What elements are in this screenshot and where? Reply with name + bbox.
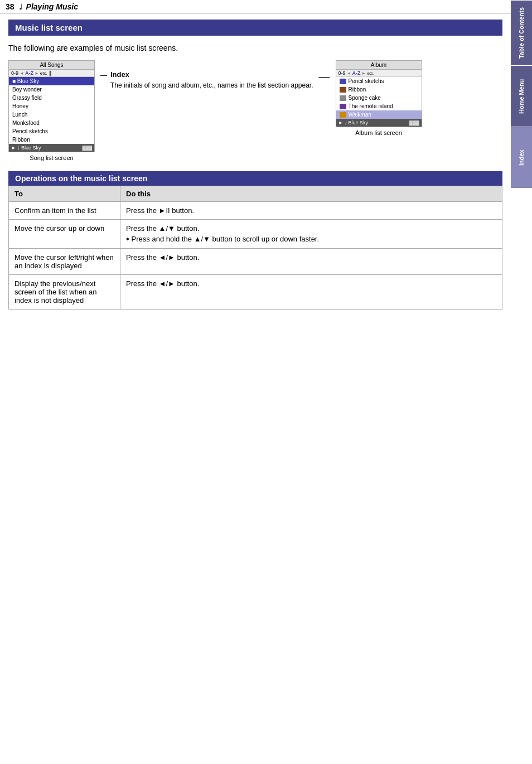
- album-item-2: Sponge cake: [336, 94, 422, 102]
- table-row-3: Move the cursor left/right when an index…: [9, 249, 502, 275]
- song-item-5: Monksfood: [9, 119, 94, 127]
- row4-do-this: Press the ◄/► button.: [120, 275, 502, 310]
- album-thumb-1: [340, 87, 346, 93]
- row2-do-this: Press the ▲/▼ button. • Press and hold t…: [120, 220, 502, 249]
- album-item-3: The remote island: [336, 102, 422, 110]
- col-header-do-this: Do this: [120, 186, 502, 202]
- main-content: Music list screen The following are exam…: [0, 14, 511, 321]
- album-list-caption: Album list screen: [355, 129, 402, 136]
- row1-to: Confirm an item in the list: [9, 202, 120, 220]
- song-index-row: 0-9 ◄ A-Z ► etc. ▌: [9, 70, 94, 77]
- album-thumb-0: [340, 79, 346, 84]
- row3-do-this: Press the ◄/► button.: [120, 249, 502, 275]
- song-item-1: Boy wonder: [9, 85, 94, 94]
- col-header-to: To: [9, 186, 120, 202]
- song-item-3: Honey: [9, 102, 94, 110]
- intro-text: The following are examples of music list…: [8, 43, 502, 52]
- table-row-1: Confirm an item in the list Press the ►I…: [9, 202, 502, 220]
- page-number: 38: [6, 2, 14, 11]
- row2-to: Move the cursor up or down: [9, 220, 120, 249]
- album-index-row: 0-9 ◄ A-Z ► etc.: [336, 70, 422, 77]
- song-item-7: Ribbon: [9, 136, 94, 144]
- table-row-4: Display the previous/next screen of the …: [9, 275, 502, 310]
- row1-do-this: Press the ►II button.: [120, 202, 502, 220]
- song-list-caption: Song list screen: [30, 154, 73, 161]
- index-callout: — Index The initials of song and album, …: [100, 60, 313, 90]
- album-screen-title: Album: [336, 61, 422, 70]
- top-bar: 38 ♩ Playing Music: [0, 0, 532, 14]
- table-row-2: Move the cursor up or down Press the ▲/▼…: [9, 220, 502, 249]
- operations-header: Operations on the music list screen: [8, 171, 502, 186]
- section-header: Music list screen: [8, 20, 502, 36]
- operations-table: To Do this Confirm an item in the list P…: [8, 186, 502, 310]
- song-list-wrapper: All Songs 0-9 ◄ A-Z ► etc. ▌ ■ Blue Sky …: [8, 60, 95, 161]
- song-item-2: Grassy field: [9, 94, 94, 102]
- tab-index[interactable]: Index: [511, 127, 532, 188]
- song-item-6: Pencil sketchs: [9, 127, 94, 136]
- song-list-screen: All Songs 0-9 ◄ A-Z ► etc. ▌ ■ Blue Sky …: [8, 60, 95, 152]
- song-item-4: Lunch: [9, 110, 94, 119]
- section-title: Playing Music: [26, 2, 78, 11]
- bullet-icon: •: [126, 235, 129, 244]
- song-screen-title: All Songs: [9, 61, 94, 70]
- album-thumb-4: [340, 112, 346, 118]
- album-thumb-3: [340, 104, 346, 109]
- tab-home-menu[interactable]: Home Menu: [511, 65, 532, 127]
- album-item-1: Ribbon: [336, 85, 422, 94]
- row3-to: Move the cursor left/right when an index…: [9, 249, 120, 275]
- song-item-0: ■ Blue Sky: [9, 77, 94, 85]
- callout-arrow-icon: —: [100, 71, 107, 79]
- callout-title: Index: [110, 70, 313, 79]
- screenshots-container: All Songs 0-9 ◄ A-Z ► etc. ▌ ■ Blue Sky …: [8, 60, 502, 161]
- album-list-screen: Album 0-9 ◄ A-Z ► etc. Pencil sketchs: [336, 60, 422, 127]
- song-now-playing: ► ♩ Blue Sky ▓▓▓: [9, 144, 94, 152]
- sidebar-tabs: Table of Contents Home Menu Index: [511, 0, 532, 188]
- callout-line: — Index The initials of song and album, …: [100, 70, 313, 90]
- album-list-wrapper: Album 0-9 ◄ A-Z ► etc. Pencil sketchs: [336, 60, 422, 136]
- album-item-0: Pencil sketchs: [336, 77, 422, 85]
- music-icon: ♩: [19, 2, 23, 11]
- callout-arrow-album-icon: —: [319, 70, 330, 83]
- row4-to: Display the previous/next screen of the …: [9, 275, 120, 310]
- album-item-4: Walkman: [336, 110, 422, 119]
- album-thumb-2: [340, 95, 346, 101]
- album-list-outer: — Album 0-9 ◄ A-Z ► etc.: [319, 60, 422, 136]
- tab-table-of-contents[interactable]: Table of Contents: [511, 0, 532, 65]
- album-now-playing: ► ♩ Blue Sky ▓▓▓: [336, 119, 422, 127]
- callout-description: The initials of song and album, etc., na…: [110, 81, 313, 90]
